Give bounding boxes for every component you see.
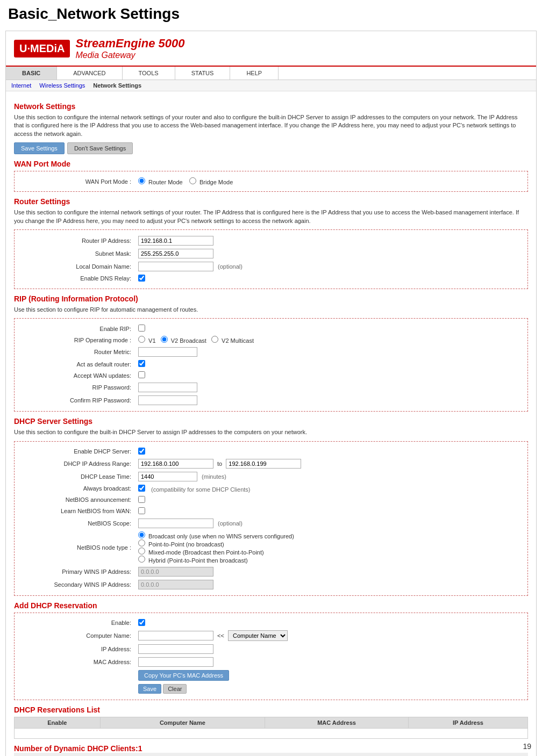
- add-dhcp-reservation-title: Add DHCP Reservation: [14, 601, 528, 610]
- enable-rip-label: Enable RIP:: [17, 323, 136, 334]
- nav-tools[interactable]: TOOLS: [123, 67, 175, 80]
- netbios-p2p-radio[interactable]: [138, 539, 145, 546]
- product-name: StreamEngine 5000 Media Gateway: [75, 37, 184, 60]
- rip-v1-radio[interactable]: [138, 336, 145, 343]
- rip-v2multicast-label: V2 Multicast: [222, 337, 254, 344]
- confirm-rip-password-input[interactable]: [138, 395, 197, 405]
- router-settings-desc: Use this section to configure the intern…: [14, 208, 528, 225]
- reservation-ip-input[interactable]: [138, 644, 213, 654]
- dhcp-lease-input[interactable]: [138, 472, 197, 481]
- col-action1: [414, 753, 469, 756]
- wan-mode-label: WAN Port Mode :: [17, 176, 136, 187]
- default-router-label: Act as default router:: [17, 358, 136, 370]
- page-title: Basic_Network Settings: [0, 0, 542, 25]
- col-hostname: Hostname: [220, 753, 292, 756]
- netbios-hybrid-radio[interactable]: [138, 556, 145, 563]
- netbios-scope-input[interactable]: [138, 519, 213, 528]
- col-ip-address: IP Address: [408, 717, 527, 728]
- netbios-mixed-radio[interactable]: [138, 548, 145, 555]
- subnet-mask-input[interactable]: [138, 249, 213, 258]
- reservation-ip-label: IP Address:: [17, 643, 136, 656]
- dhcp-server-title: DHCP Server Settings: [14, 417, 528, 426]
- default-router-checkbox[interactable]: [138, 360, 145, 367]
- sub-nav: Internet Wireless Settings Network Setti…: [6, 80, 536, 91]
- rip-v2multicast-radio[interactable]: [211, 336, 218, 343]
- nav-advanced[interactable]: ADVANCED: [57, 67, 122, 80]
- local-domain-input[interactable]: [138, 262, 213, 271]
- col-enable: Enable: [15, 717, 101, 728]
- nav-status[interactable]: STATUS: [175, 67, 231, 80]
- computer-name-dropdown[interactable]: Computer Name: [228, 630, 288, 641]
- always-broadcast-checkbox[interactable]: [138, 485, 145, 492]
- netbios-broadcast-radio[interactable]: [138, 531, 145, 538]
- dhcp-server-section: Enable DHCP Server: DHCP IP Address Rang…: [14, 441, 528, 596]
- subnav-internet[interactable]: Internet: [11, 82, 31, 89]
- router-metric-input[interactable]: [138, 347, 197, 357]
- wan-bridge-mode-radio[interactable]: [189, 177, 196, 184]
- save-settings-button[interactable]: Save Settings: [14, 142, 65, 154]
- wan-port-mode-section: WAN Port Mode : Router Mode Bridge Mode: [14, 171, 528, 192]
- dont-save-settings-button[interactable]: Don't Save Settings: [67, 142, 133, 154]
- rip-password-input[interactable]: [138, 383, 197, 392]
- reservation-enable-checkbox[interactable]: [138, 619, 145, 626]
- dns-relay-label: Enable DNS Relay:: [17, 273, 136, 284]
- reservation-clear-button[interactable]: Clear: [163, 684, 187, 694]
- col-mac-address: MAC Address: [265, 717, 409, 728]
- wan-router-mode-label: Router Mode: [148, 179, 183, 185]
- always-broadcast-label: Always broadcast:: [17, 483, 136, 494]
- primary-wins-input[interactable]: [138, 567, 213, 577]
- dhcp-range-to-input[interactable]: [226, 459, 301, 469]
- netbios-announce-checkbox[interactable]: [138, 496, 145, 503]
- subnav-network[interactable]: Network Settings: [93, 82, 141, 89]
- enable-dhcp-checkbox[interactable]: [138, 448, 145, 455]
- rip-v2broadcast-label: V2 Broadcast: [171, 337, 206, 344]
- accept-wan-checkbox[interactable]: [138, 371, 145, 378]
- router-metric-label: Router Metric:: [17, 345, 136, 358]
- dynamic-clients-table: Hardware Address Assigned IP Hostname Ex…: [14, 753, 528, 756]
- reservation-mac-label: MAC Address:: [17, 656, 136, 668]
- netbios-hybrid-label: Hybrid (Point-to-Point then broadcast): [148, 557, 248, 564]
- rip-section: Enable RIP: RIP Operating mode : V1 V2 B…: [14, 318, 528, 412]
- dhcp-reservations-table: Enable Computer Name MAC Address IP Addr…: [14, 717, 528, 739]
- learn-netbios-label: Learn NetBIOS from WAN:: [17, 506, 136, 517]
- table-row: [15, 728, 528, 738]
- reservation-save-button[interactable]: Save: [138, 684, 161, 694]
- dhcp-server-desc: Use this section to configure the built-…: [14, 428, 528, 436]
- network-settings-title: Network Settings: [14, 102, 528, 111]
- nav-basic[interactable]: BASIC: [6, 67, 57, 80]
- wan-bridge-mode-label: Bridge Mode: [199, 179, 233, 185]
- secondary-wins-label: Secondary WINS IP Address:: [17, 578, 136, 591]
- col-computer-name: Computer Name: [100, 717, 265, 728]
- dns-relay-checkbox[interactable]: [138, 275, 145, 282]
- col-action2: [469, 753, 528, 756]
- logo-icon: U·MEDiA: [14, 40, 70, 57]
- rip-mode-label: RIP Operating mode :: [17, 334, 136, 345]
- copy-mac-button[interactable]: Copy Your PC's MAC Address: [138, 670, 229, 681]
- dhcp-range-label: DHCP IP Address Range:: [17, 457, 136, 470]
- router-ip-input[interactable]: [138, 236, 213, 246]
- nav-help[interactable]: HELP: [230, 67, 279, 80]
- rip-v1-label: V1: [148, 337, 155, 344]
- netbios-scope-optional: (optional): [218, 520, 243, 527]
- add-dhcp-reservation-section: Enable: Computer Name: << Computer Name …: [14, 613, 528, 700]
- reservation-mac-input[interactable]: [138, 657, 213, 667]
- enable-rip-checkbox[interactable]: [138, 325, 145, 332]
- always-broadcast-note: (compatibility for some DHCP Clients): [151, 486, 250, 493]
- rip-v2broadcast-radio[interactable]: [161, 336, 168, 343]
- secondary-wins-input[interactable]: [138, 580, 213, 589]
- enable-dhcp-label: Enable DHCP Server:: [17, 446, 136, 457]
- netbios-p2p-label: Point-to-Point (no broadcast): [148, 541, 224, 548]
- learn-netbios-checkbox[interactable]: [138, 507, 145, 514]
- dynamic-clients-title: Number of Dynamic DHCP Clients:1: [14, 744, 142, 753]
- reservation-computer-name-input[interactable]: [138, 631, 213, 640]
- rip-password-label: RIP Password:: [17, 381, 136, 394]
- subnav-wireless[interactable]: Wireless Settings: [39, 82, 85, 89]
- reservation-enable-label: Enable:: [17, 617, 136, 629]
- page-number: 19: [523, 742, 531, 751]
- dhcp-lease-label: DHCP Lease Time:: [17, 470, 136, 483]
- network-settings-desc: Use this section to configure the intern…: [14, 113, 528, 138]
- wan-router-mode-radio[interactable]: [138, 177, 145, 184]
- dhcp-range-from-input[interactable]: [138, 459, 213, 469]
- optional-label: (optional): [218, 263, 243, 270]
- netbios-mixed-label: Mixed-mode (Broadcast then Point-to-Poin…: [148, 549, 264, 556]
